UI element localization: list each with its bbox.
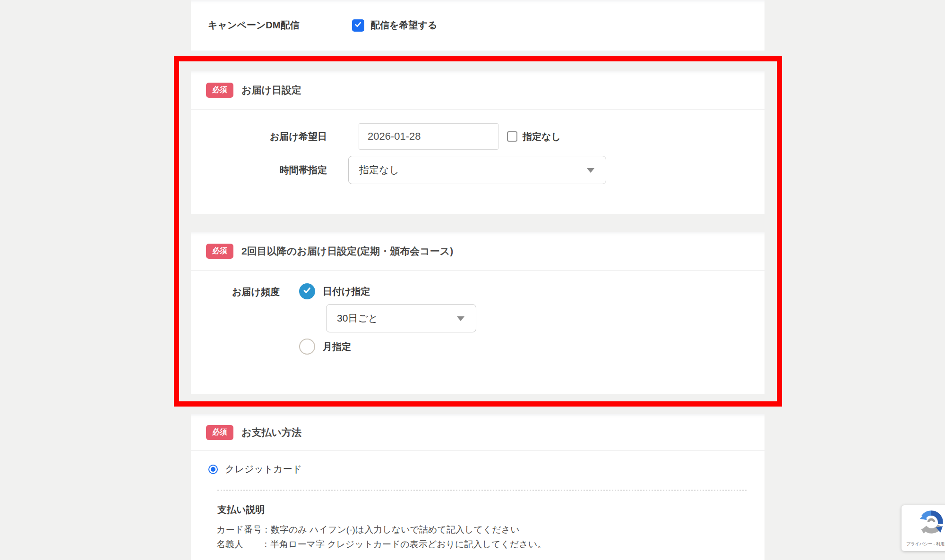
dashed-divider	[217, 490, 747, 491]
section-title: お支払い方法	[241, 426, 301, 439]
frequency-option-month-label: 月指定	[323, 340, 351, 353]
no-date-checkbox[interactable]	[507, 131, 517, 142]
highlight-red-box: 必須 お届け日設定 お届け希望日 指定なし 時間帯指定 指定なし 必須 2回目	[174, 56, 782, 407]
check-icon	[354, 20, 362, 31]
dm-optin-label: 配信を希望する	[370, 19, 437, 32]
desired-date-row: お届け希望日 指定なし	[191, 123, 765, 150]
payment-section: 必須 お支払い方法 クレジットカード 支払い説明 カード番号：数字のみ ハイフン…	[191, 414, 765, 560]
radio-selected-icon[interactable]	[208, 465, 218, 474]
dm-optin-checkbox[interactable]	[352, 19, 364, 32]
desired-date-label: お届け希望日	[191, 130, 327, 143]
frequency-option-date-label: 日付け指定	[323, 285, 370, 298]
no-date-checkbox-label: 指定なし	[523, 130, 561, 143]
campaign-dm-label: キャンペーンDM配信	[208, 19, 352, 32]
payment-header: 必須 お支払い方法	[191, 414, 765, 451]
chevron-down-icon	[587, 168, 594, 173]
frequency-label: お届け頻度	[191, 283, 280, 355]
section-title: 2回目以降のお届け日設定(定期・頒布会コース)	[241, 245, 453, 258]
time-slot-selected-value: 指定なし	[359, 163, 399, 177]
recaptcha-badge[interactable]: プライバシー - 利用規約	[902, 505, 945, 551]
interval-selected-value: 30日ごと	[337, 312, 378, 325]
required-badge: 必須	[206, 244, 233, 259]
frequency-option-date[interactable]: 日付け指定	[299, 283, 476, 299]
frequency-option-month[interactable]: 月指定	[299, 339, 476, 355]
delivery-date-section: 必須 お届け日設定 お届け希望日 指定なし 時間帯指定 指定なし	[191, 71, 765, 214]
recaptcha-terms-label[interactable]: プライバシー - 利用規約	[906, 541, 945, 547]
radio-unchecked-icon[interactable]	[299, 339, 315, 355]
desired-date-input[interactable]	[359, 123, 498, 150]
interval-select[interactable]: 30日ごと	[326, 304, 476, 332]
section-title: お届け日設定	[241, 84, 301, 97]
time-slot-select[interactable]: 指定なし	[348, 156, 606, 184]
check-icon	[302, 286, 312, 297]
chevron-down-icon	[457, 316, 464, 321]
campaign-dm-section: キャンペーンDM配信 配信を希望する	[191, 0, 765, 51]
payment-method-credit-card[interactable]: クレジットカード	[208, 463, 765, 475]
recurring-delivery-section: 必須 2回目以降のお届け日設定(定期・頒布会コース) お届け頻度 日付け指定 3…	[191, 232, 765, 394]
payment-description-line: 名義人 ：半角ローマ字 クレジットカードの表示どおりに記入してください。	[216, 537, 765, 552]
payment-method-label: クレジットカード	[225, 463, 302, 475]
required-badge: 必須	[206, 425, 233, 440]
radio-checked-icon[interactable]	[299, 283, 315, 299]
time-slot-row: 時間帯指定 指定なし	[191, 156, 765, 184]
required-badge: 必須	[206, 83, 233, 98]
delivery-date-header: 必須 お届け日設定	[191, 71, 765, 110]
payment-description-line: カード番号：数字のみ ハイフン(-)は入力しないで詰めて記入してください	[216, 522, 765, 537]
recurring-delivery-header: 必須 2回目以降のお届け日設定(定期・頒布会コース)	[191, 232, 765, 271]
time-slot-label: 時間帯指定	[191, 164, 327, 177]
payment-description-title: 支払い説明	[217, 503, 765, 516]
